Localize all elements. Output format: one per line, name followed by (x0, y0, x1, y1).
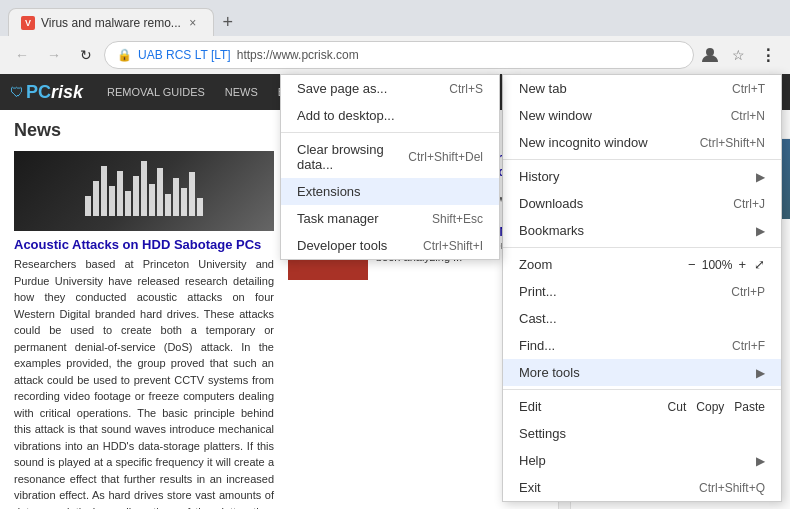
submenu-label-task-manager: Task manager (297, 211, 432, 226)
submenu-shortcut-clear: Ctrl+Shift+Del (408, 150, 483, 164)
security-icon: 🔒 (117, 48, 132, 62)
menu-item-help[interactable]: Help ▶ (503, 447, 781, 474)
menu-item-settings[interactable]: Settings (503, 420, 781, 447)
menu-label-more-tools: More tools (519, 365, 756, 380)
submenu-item-desktop[interactable]: Add to desktop... (281, 102, 499, 129)
article-1: Acoustic Attacks on HDD Sabotage PCs Res… (14, 151, 274, 509)
menu-item-history[interactable]: History ▶ (503, 163, 781, 190)
menu-label-incognito: New incognito window (519, 135, 690, 150)
menu-item-edit[interactable]: Edit Cut Copy Paste (503, 393, 781, 420)
nav-news[interactable]: NEWS (219, 86, 264, 98)
menu-label-find: Find... (519, 338, 722, 353)
zoom-plus[interactable]: + (738, 257, 746, 272)
menu-item-more-tools[interactable]: More tools ▶ (503, 359, 781, 386)
forward-btn[interactable]: → (40, 41, 68, 69)
menu-item-new-tab[interactable]: New tab Ctrl+T (503, 75, 781, 102)
menu-arrow-bookmarks: ▶ (756, 224, 765, 238)
submenu-item-clear[interactable]: Clear browsing data... Ctrl+Shift+Del (281, 136, 499, 178)
menu-separator-1 (503, 159, 781, 160)
submenu-item-devtools[interactable]: Developer tools Ctrl+Shift+I (281, 232, 499, 259)
zoom-value: 100% (702, 258, 733, 272)
nav-removal-guides[interactable]: REMOVAL GUIDES (101, 86, 211, 98)
menu-shortcut-downloads: Ctrl+J (733, 197, 765, 211)
edit-cut[interactable]: Cut (668, 400, 687, 414)
tab-title: Virus and malware remo... (41, 16, 181, 30)
menu-label-history: History (519, 169, 756, 184)
logo-pc: PC (26, 82, 51, 103)
address-url: https://www.pcrisk.com (237, 48, 359, 62)
submenu-separator (281, 132, 499, 133)
menu-shortcut-find: Ctrl+F (732, 339, 765, 353)
menu-label-downloads: Downloads (519, 196, 723, 211)
edit-paste[interactable]: Paste (734, 400, 765, 414)
menu-item-cast[interactable]: Cast... (503, 305, 781, 332)
tab-bar: V Virus and malware remo... × + (0, 0, 790, 36)
submenu-label-save: Save page as... (297, 81, 449, 96)
menu-item-find[interactable]: Find... Ctrl+F (503, 332, 781, 359)
menu-label-exit: Exit (519, 480, 689, 495)
menu-item-new-window[interactable]: New window Ctrl+N (503, 102, 781, 129)
new-tab-btn[interactable]: + (214, 8, 242, 36)
submenu-shortcut-save: Ctrl+S (449, 82, 483, 96)
security-company: UAB RCS LT [LT] (138, 48, 231, 62)
active-tab[interactable]: V Virus and malware remo... × (8, 8, 214, 36)
svg-point-0 (706, 48, 714, 56)
menu-label-new-tab: New tab (519, 81, 722, 96)
menu-shortcut-incognito: Ctrl+Shift+N (700, 136, 765, 150)
submenu-item-save[interactable]: Save page as... Ctrl+S (281, 75, 499, 102)
menu-label-settings: Settings (519, 426, 765, 441)
back-btn[interactable]: ← (8, 41, 36, 69)
menu-shortcut-new-tab: Ctrl+T (732, 82, 765, 96)
zoom-expand[interactable]: ⤢ (754, 257, 765, 272)
menu-label-cast: Cast... (519, 311, 765, 326)
menu-label-bookmarks: Bookmarks (519, 223, 756, 238)
edit-copy[interactable]: Copy (696, 400, 724, 414)
menu-label-edit: Edit (519, 399, 668, 414)
zoom-minus[interactable]: − (688, 257, 696, 272)
menu-label-help: Help (519, 453, 756, 468)
address-bar-row: ← → ↻ 🔒 UAB RCS LT [LT] https://www.pcri… (0, 36, 790, 74)
logo-risk: risk (51, 82, 83, 103)
submenu-shortcut-task-manager: Shift+Esc (432, 212, 483, 226)
star-icon[interactable]: ☆ (726, 43, 750, 67)
menu-arrow-history: ▶ (756, 170, 765, 184)
submenu-label-clear: Clear browsing data... (297, 142, 408, 172)
menu-item-exit[interactable]: Exit Ctrl+Shift+Q (503, 474, 781, 501)
menu-label-zoom: Zoom (519, 257, 688, 272)
menu-shortcut-print: Ctrl+P (731, 285, 765, 299)
article-1-text: Researchers based at Princeton Universit… (14, 256, 274, 509)
submenu-label-devtools: Developer tools (297, 238, 423, 253)
account-icon[interactable] (698, 43, 722, 67)
context-menu: New tab Ctrl+T New window Ctrl+N New inc… (502, 74, 782, 502)
menu-item-bookmarks[interactable]: Bookmarks ▶ (503, 217, 781, 244)
submenu-label-desktop: Add to desktop... (297, 108, 483, 123)
menu-separator-3 (503, 389, 781, 390)
article-1-image (14, 151, 274, 231)
menu-item-zoom[interactable]: Zoom − 100% + ⤢ (503, 251, 781, 278)
menu-shortcut-new-window: Ctrl+N (731, 109, 765, 123)
menu-separator-2 (503, 247, 781, 248)
site-logo: 🛡 PCrisk (10, 82, 83, 103)
menu-label-print: Print... (519, 284, 721, 299)
article-1-title[interactable]: Acoustic Attacks on HDD Sabotage PCs (14, 237, 274, 252)
menu-label-new-window: New window (519, 108, 721, 123)
submenu-shortcut-devtools: Ctrl+Shift+I (423, 239, 483, 253)
menu-arrow-more-tools: ▶ (756, 366, 765, 380)
menu-arrow-help: ▶ (756, 454, 765, 468)
refresh-btn[interactable]: ↻ (72, 41, 100, 69)
address-box[interactable]: 🔒 UAB RCS LT [LT] https://www.pcrisk.com (104, 41, 694, 69)
menu-item-print[interactable]: Print... Ctrl+P (503, 278, 781, 305)
tab-close-btn[interactable]: × (185, 15, 201, 31)
browser-frame: V Virus and malware remo... × + ← → ↻ 🔒 … (0, 0, 790, 509)
submenu-item-task-manager[interactable]: Task manager Shift+Esc (281, 205, 499, 232)
submenu-label-extensions: Extensions (297, 184, 483, 199)
submenu-item-extensions[interactable]: Extensions (281, 178, 499, 205)
submenu: Save page as... Ctrl+S Add to desktop...… (280, 74, 500, 260)
tab-favicon: V (21, 16, 35, 30)
menu-dots-btn[interactable]: ⋮ (754, 41, 782, 69)
menu-item-incognito[interactable]: New incognito window Ctrl+Shift+N (503, 129, 781, 156)
menu-item-downloads[interactable]: Downloads Ctrl+J (503, 190, 781, 217)
menu-shortcut-exit: Ctrl+Shift+Q (699, 481, 765, 495)
